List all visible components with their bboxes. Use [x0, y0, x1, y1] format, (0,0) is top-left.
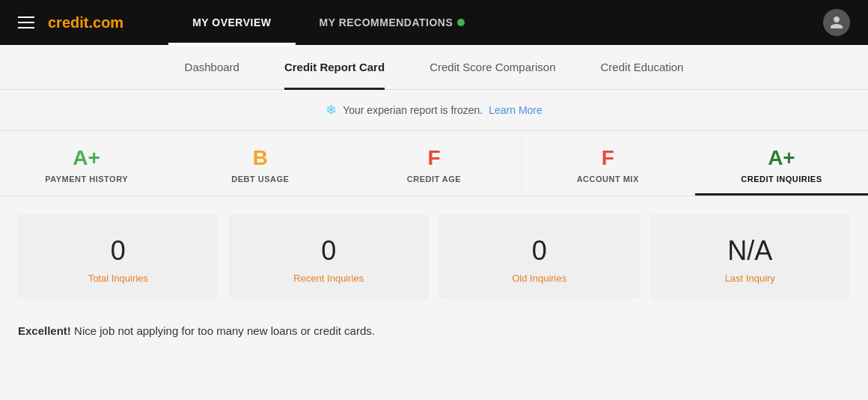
user-avatar[interactable]	[823, 9, 850, 36]
logo: credit.com	[48, 14, 123, 31]
top-nav: credit.com MY OVERVIEW MY RECOMMENDATION…	[0, 0, 868, 45]
subnav-credit-report-card[interactable]: Credit Report Card	[284, 45, 385, 90]
grade-credit-inquiries[interactable]: A+ CREDIT INQUIRIES	[695, 131, 868, 196]
stat-value-old: 0	[532, 235, 547, 267]
grade-debt-usage[interactable]: B DEBT USAGE	[174, 131, 347, 196]
grade-letter-credit-age: F	[427, 146, 440, 170]
stat-old-inquiries: 0 Old Inquiries	[439, 214, 640, 299]
grade-label-credit-age: CREDIT AGE	[407, 175, 461, 184]
sub-nav: Dashboard Credit Report Card Credit Scor…	[0, 45, 868, 90]
stat-label-total: Total Inquiries	[88, 273, 148, 284]
grade-letter-credit-inquiries: A+	[768, 146, 795, 170]
grade-label-credit-inquiries: CREDIT INQUIRIES	[741, 175, 822, 184]
stat-label-old: Old Inquiries	[512, 273, 566, 284]
stats-row: 0 Total Inquiries 0 Recent Inquiries 0 O…	[0, 196, 868, 314]
grade-credit-age[interactable]: F CREDIT AGE	[347, 131, 521, 196]
frozen-text: Your experian report is frozen.	[343, 104, 483, 116]
summary-row: Excellent! Nice job not applying for too…	[0, 314, 868, 352]
snowflake-icon: ❄	[326, 102, 337, 118]
notification-dot	[457, 19, 465, 26]
stat-value-total: 0	[111, 235, 126, 267]
grades-row: A+ PAYMENT HISTORY B DEBT USAGE F CREDIT…	[0, 131, 868, 196]
nav-my-overview[interactable]: MY OVERVIEW	[168, 0, 295, 45]
grade-payment-history[interactable]: A+ PAYMENT HISTORY	[0, 131, 174, 196]
subnav-dashboard[interactable]: Dashboard	[185, 45, 239, 90]
learn-more-link[interactable]: Learn More	[489, 104, 542, 116]
grade-label-debt-usage: DEBT USAGE	[231, 175, 289, 184]
subnav-credit-education[interactable]: Credit Education	[601, 45, 684, 90]
stat-total-inquiries: 0 Total Inquiries	[18, 214, 218, 299]
stat-value-recent: 0	[321, 235, 336, 267]
grade-label-payment-history: PAYMENT HISTORY	[45, 175, 128, 184]
grade-letter-payment-history: A+	[73, 146, 100, 170]
stat-last-inquiry: N/A Last Inquiry	[650, 214, 851, 299]
grade-letter-account-mix: F	[602, 146, 614, 170]
logo-domain: .com	[88, 14, 123, 31]
nav-my-recommendations[interactable]: MY RECOMMENDATIONS	[296, 0, 489, 45]
grade-account-mix[interactable]: F ACCOUNT MIX	[522, 131, 695, 196]
nav-links: MY OVERVIEW MY RECOMMENDATIONS	[168, 0, 823, 45]
summary-text: Nice job not applying for too many new l…	[71, 324, 375, 337]
logo-credit: credit	[48, 14, 88, 31]
summary-bold: Excellent!	[18, 324, 71, 337]
stat-value-last: N/A	[727, 235, 772, 267]
subnav-credit-score-comparison[interactable]: Credit Score Comparison	[430, 45, 555, 90]
grade-label-account-mix: ACCOUNT MIX	[577, 175, 639, 184]
stat-label-recent: Recent Inquiries	[293, 273, 364, 284]
stat-recent-inquiries: 0 Recent Inquiries	[229, 214, 430, 299]
grade-letter-debt-usage: B	[253, 146, 268, 170]
stat-label-last: Last Inquiry	[725, 273, 775, 284]
frozen-banner: ❄ Your experian report is frozen. Learn …	[0, 90, 868, 131]
hamburger-menu[interactable]	[18, 16, 34, 28]
